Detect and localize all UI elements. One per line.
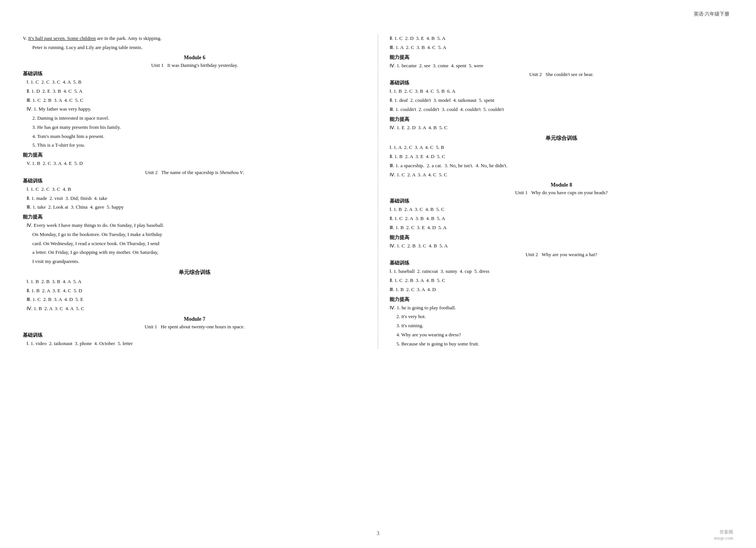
nengli-label-r2: 能力提高 bbox=[390, 116, 733, 123]
m8-u2-iv-1: Ⅳ. 1. he is going to play football. bbox=[390, 304, 733, 312]
r-m7u2-i1: Ⅰ. 1. B 2. C 3. B 4. C 5. B 6. A bbox=[390, 87, 733, 96]
m8-u1-i3: Ⅲ. 1. B 2. C 3. E 4. D 5. A bbox=[390, 223, 733, 232]
m6-u1-i4-4: 4. Tom's mum bought him a present. bbox=[23, 132, 366, 141]
m8-u2-iv-4: 4. Why are you wearing a dress? bbox=[390, 331, 733, 339]
jichu-label-m8u2: 基础训练 bbox=[390, 260, 733, 266]
m6-u2-iv-3: card. On Wednesday, I read a science boo… bbox=[23, 239, 366, 248]
m8-u2-iv-3: 3. it's raining. bbox=[390, 322, 733, 330]
r-zonghe-title: 单元综合训练 bbox=[390, 135, 733, 142]
m6-z-i3: Ⅲ. 1. C 2. B 3. A 4. D 5. E bbox=[23, 295, 366, 304]
page-number: 3 bbox=[377, 531, 379, 537]
m8-u1-iv: Ⅳ. 1. C 2. B 3. C 4. B 5. A bbox=[390, 242, 733, 250]
m6-u2-iv-5: I visit my grandparents. bbox=[23, 257, 366, 266]
m6-u1-i4-5: 5. This is a T-shirt for you. bbox=[23, 141, 366, 150]
jichu-label-m7: 基础训练 bbox=[23, 332, 366, 339]
jichu-label-1: 基础训练 bbox=[23, 70, 366, 77]
amy-name: Amy bbox=[128, 35, 138, 41]
jichu-label-m8u1: 基础训练 bbox=[390, 198, 733, 204]
m7-unit1-title: Unit 1 He spent about twenty-one hours i… bbox=[23, 324, 366, 330]
m6-unit2-title: Unit 2 The name of the spaceship is Shen… bbox=[23, 169, 366, 176]
right-column: Ⅱ. 1. C 2. D 3. E 4. B 5. A Ⅲ. 1. A 2. C… bbox=[378, 34, 733, 348]
m8-u2-iv-5: 5. Because she is going to buy some frui… bbox=[390, 340, 733, 348]
m8-u2-i2: Ⅱ. 1. C 2. B 3. A 4. B 5. C bbox=[390, 276, 733, 285]
r-unit2-title: Unit 2 She couldn't see or hear. bbox=[390, 71, 733, 78]
module7-title: Module 7 bbox=[23, 316, 366, 322]
r-nengli-iv: Ⅳ. 1. became 2. see 3. come 4. spent 5. … bbox=[390, 62, 733, 70]
m8-unit2-title: Unit 2 Why are you wearing a hat? bbox=[390, 252, 733, 258]
intro-line1: V. It's half past seven. Some children a… bbox=[23, 34, 366, 43]
r-z-i2: Ⅱ. 1. B 2. A 3. E 4. D 5. C bbox=[390, 152, 733, 161]
m6-u2-iv-intro: Ⅳ. Every week I have many things to do. … bbox=[23, 221, 366, 230]
r-top-i3: Ⅲ. 1. A 2. C 3. B 4. C 5. A bbox=[390, 43, 733, 52]
m6-u2-i1: Ⅰ. 1. C 2. C 3. C 4. B bbox=[23, 185, 366, 194]
m8-u1-i2: Ⅱ. 1. C 2. A 3. B 4. B 5. A bbox=[390, 214, 733, 223]
watermark-line1: 答案圈 bbox=[714, 529, 733, 535]
r-m7u2-i3: Ⅲ. 1. couldn't 2. couldn't 3. could 4. c… bbox=[390, 105, 733, 114]
m6-u1-i4-2: 2. Daming is interested in space travel. bbox=[23, 114, 366, 123]
watermark-line2: mxqe.com bbox=[714, 535, 733, 541]
m6-z-i4: Ⅳ. 1. B 2. A 3. C 4. A 5. C bbox=[23, 304, 366, 313]
m8-u2-i3: Ⅲ. 1. B 2. C 3. A 4. D bbox=[390, 285, 733, 294]
book-label: 英语·六年级下册 bbox=[694, 11, 729, 17]
nengli-label-1: 能力提高 bbox=[23, 152, 366, 158]
r-m7u2-iv: Ⅳ. 1. E 2. D 3. A 4. B 5. C bbox=[390, 124, 733, 132]
jichu-label-r2: 基础训练 bbox=[390, 79, 733, 86]
page: 英语·六年级下册 V. It's half past seven. Some c… bbox=[0, 0, 756, 548]
module6-title: Module 6 bbox=[23, 55, 366, 61]
m6-u2-i2: Ⅱ. 1. made 2. visit 3. Did; finish 4. ta… bbox=[23, 194, 366, 203]
roman-v: V. bbox=[23, 35, 28, 41]
m8-unit1-title: Unit 1 Why do you have cups on your head… bbox=[390, 190, 733, 196]
jichu-label-2: 基础训练 bbox=[23, 177, 366, 184]
m6-u1-i3: Ⅲ. 1. C 2. B 3. A 4. C 5. C bbox=[23, 96, 366, 105]
m6-u1-i4-1: Ⅳ. 1. My father was very happy. bbox=[23, 105, 366, 114]
m6-z-i2: Ⅱ. 1. B 2. A 3. E 4. C 5. D bbox=[23, 287, 366, 295]
nengli-label-2: 能力提高 bbox=[23, 214, 366, 220]
nengli-label-m8u1: 能力提高 bbox=[390, 234, 733, 241]
m6-u2-iv-4: a letter. On Friday, I go shopping with … bbox=[23, 248, 366, 257]
intro-line2: Peter is running. Lucy and Lily are play… bbox=[23, 43, 366, 52]
content-wrapper: V. It's half past seven. Some children a… bbox=[23, 34, 733, 348]
m8-u2-i1: Ⅰ. 1. baseball 2. raincoat 3. sunny 4. c… bbox=[390, 267, 733, 276]
left-column: V. It's half past seven. Some children a… bbox=[23, 34, 378, 348]
r-m7u2-i2: Ⅱ. 1. deaf 2. couldn't 3. model 4. taiko… bbox=[390, 96, 733, 105]
r-z-i4: Ⅳ. 1. C 2. A 3. A 4. C 5. C bbox=[390, 171, 733, 179]
m8-u2-iv-2: 2. it's very hot. bbox=[390, 312, 733, 321]
m6-u1-v: V. 1. B 2. C 3. A 4. E 5. D bbox=[23, 159, 366, 168]
m6-u1-i2: Ⅱ. 1. D 2. E 3. B 4. C 5. A bbox=[23, 87, 366, 96]
r-z-i1: Ⅰ. 1. A 2. C 3. A 4. C 5. B bbox=[390, 143, 733, 152]
nengli-label-m8u2: 能力提高 bbox=[390, 296, 733, 303]
m7-u1-i1: Ⅰ. 1. video 2. taikonaut 3. phone 4. Oct… bbox=[23, 339, 366, 348]
r-top-i2: Ⅱ. 1. C 2. D 3. E 4. B 5. A bbox=[390, 34, 733, 43]
r-z-i3: Ⅲ. 1. a spaceship. 2. a cat. 3. No, he i… bbox=[390, 162, 733, 170]
m6-u1-i1: Ⅰ. 1. C 2. C 3. C 4. A 5. B bbox=[23, 78, 366, 87]
nengli-label-r1: 能力提高 bbox=[390, 54, 733, 61]
m6-u2-iv-2: On Monday, I go to the bookstore. On Tue… bbox=[23, 230, 366, 239]
m6-u1-i4-3: 3. He has got many presents from his fam… bbox=[23, 123, 366, 132]
m6-z-i1: Ⅰ. 1. B 2. B 3. B 4. A 5. A bbox=[23, 277, 366, 286]
intro-underline: It's half past seven. Some children bbox=[28, 35, 96, 41]
m8-u1-i1: Ⅰ. 1. B 2. A 3. C 4. B 5. C bbox=[390, 205, 733, 214]
intro-section: V. It's half past seven. Some children a… bbox=[23, 34, 366, 52]
m6-u2-i3: Ⅲ. 1. take 2. Look at 3. China 4. gave 5… bbox=[23, 203, 366, 212]
unit1-title: Unit 1 It was Daming's birthday yesterda… bbox=[23, 62, 366, 68]
zonghe-title-m6: 单元综合训练 bbox=[23, 269, 366, 276]
watermark: 答案圈 mxqe.com bbox=[714, 529, 733, 541]
module8-title: Module 8 bbox=[390, 182, 733, 188]
